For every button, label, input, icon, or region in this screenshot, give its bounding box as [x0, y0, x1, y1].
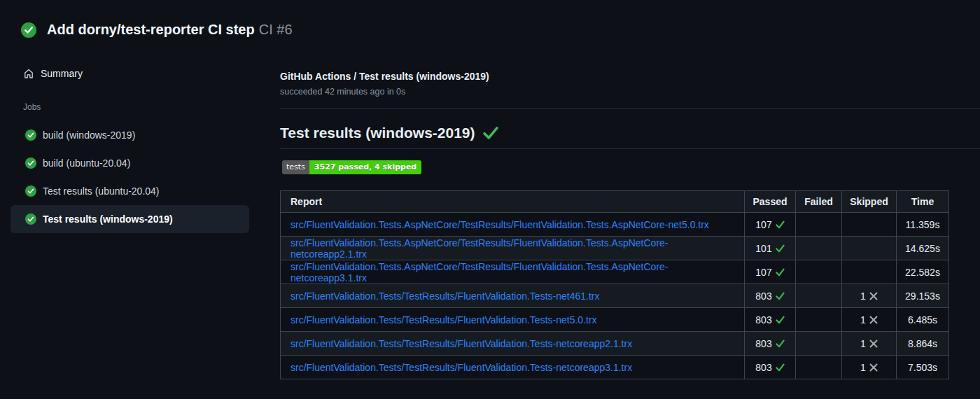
skipped-cell: [842, 237, 897, 260]
passed-check-icon: [776, 340, 785, 348]
skipped-count: 1: [860, 338, 866, 349]
passed-cell: 803: [745, 356, 796, 379]
section-heading-row: Test results (windows-2019): [280, 125, 498, 141]
time-cell: 22.582s: [897, 260, 949, 284]
report-link[interactable]: src/FluentValidation.Tests.AspNetCore/Te…: [290, 261, 668, 284]
table-row: src/FluentValidation.Tests/TestResults/F…: [281, 284, 949, 308]
run-title: Add dorny/test-reporter CI step: [47, 22, 255, 37]
results-table-body: src/FluentValidation.Tests.AspNetCore/Te…: [281, 213, 949, 379]
passed-cell: 803: [745, 308, 796, 332]
table-row: src/FluentValidation.Tests/TestResults/F…: [281, 332, 949, 356]
passed-cell: 101: [745, 237, 796, 260]
check-run-head: GitHub Actions / Test results (windows-2…: [280, 71, 489, 97]
passed-count: 803: [755, 290, 771, 302]
skipped-x-icon: [869, 316, 878, 324]
job-item-label: Test results (windows-2019): [43, 214, 173, 225]
passed-check-icon: [776, 220, 785, 229]
passed-count: 803: [755, 338, 771, 349]
skipped-cell: [842, 213, 897, 237]
passed-check-icon: [776, 244, 785, 253]
failed-cell: [796, 237, 842, 260]
failed-cell: [796, 213, 842, 237]
table-row: src/FluentValidation.Tests.AspNetCore/Te…: [281, 260, 949, 284]
sidebar-job-item-1[interactable]: build (windows-2019): [10, 121, 249, 149]
check-circle-icon: [25, 186, 36, 197]
time-cell: 7.503s: [897, 356, 949, 379]
report-cell: src/FluentValidation.Tests.AspNetCore/Te…: [281, 260, 745, 284]
table-row: src/FluentValidation.Tests.AspNetCore/Te…: [281, 237, 949, 260]
skipped-x-icon: [869, 363, 878, 372]
home-icon: [23, 68, 34, 79]
skipped-cell: 1: [842, 308, 897, 332]
skipped-cell: 1: [842, 356, 897, 379]
skipped-x-icon: [869, 292, 878, 300]
check-circle-icon: [25, 130, 36, 141]
failed-cell: [796, 260, 842, 284]
skipped-cell: [842, 260, 897, 284]
table-row: src/FluentValidation.Tests/TestResults/F…: [281, 356, 949, 379]
passed-count: 803: [755, 362, 771, 373]
skipped-cell: 1: [842, 332, 897, 356]
job-item-label: build (ubuntu-20.04): [43, 158, 130, 169]
run-title-line: Add dorny/test-reporter CI stepCI #6: [47, 22, 293, 38]
table-header-row: Report Passed Failed Skipped Time: [281, 191, 949, 213]
passed-cell: 803: [745, 332, 796, 356]
report-link[interactable]: src/FluentValidation.Tests/TestResults/F…: [290, 314, 597, 326]
report-cell: src/FluentValidation.Tests/TestResults/F…: [281, 284, 745, 308]
check-circle-icon: [25, 214, 36, 225]
failed-cell: [796, 308, 842, 332]
passed-cell: 803: [745, 284, 796, 308]
badge-value: 3527 passed, 4 skipped: [309, 160, 421, 174]
job-item-label: Test results (ubuntu-20.04): [43, 186, 160, 197]
sidebar-job-item-2[interactable]: build (ubuntu-20.04): [10, 149, 249, 177]
badge-label: tests: [282, 160, 309, 174]
divider: [280, 108, 980, 109]
tests-badge: tests 3527 passed, 4 skipped: [282, 160, 421, 174]
failed-cell: [796, 284, 842, 308]
sidebar-summary-label: Summary: [41, 68, 83, 79]
time-cell: 8.864s: [897, 332, 949, 356]
divider: [280, 148, 980, 149]
passed-check-icon: [776, 363, 785, 372]
passed-count: 803: [755, 314, 771, 326]
check-mark-icon: [483, 126, 498, 140]
sidebar-job-item-3[interactable]: Test results (ubuntu-20.04): [10, 177, 249, 205]
passed-count: 101: [755, 243, 771, 254]
report-link[interactable]: src/FluentValidation.Tests/TestResults/F…: [290, 338, 632, 349]
report-link[interactable]: src/FluentValidation.Tests/TestResults/F…: [290, 290, 599, 302]
passed-check-icon: [776, 316, 785, 324]
sidebar-item-summary[interactable]: Summary: [10, 62, 248, 85]
failed-cell: [796, 332, 842, 356]
results-table: Report Passed Failed Skipped Time src/Fl…: [280, 190, 949, 379]
report-link[interactable]: src/FluentValidation.Tests.AspNetCore/Te…: [290, 219, 709, 230]
skipped-count: 1: [860, 362, 866, 373]
column-header-report: Report: [281, 191, 745, 213]
passed-cell: 107: [745, 260, 796, 284]
time-cell: 11.359s: [897, 213, 949, 237]
passed-check-icon: [776, 268, 785, 276]
time-cell: 14.625s: [897, 237, 949, 260]
column-header-skipped: Skipped: [842, 191, 897, 213]
passed-cell: 107: [745, 213, 796, 237]
sidebar-job-item-4[interactable]: Test results (windows-2019): [10, 205, 249, 233]
passed-count: 107: [755, 267, 771, 278]
column-header-time: Time: [897, 191, 949, 213]
report-link[interactable]: src/FluentValidation.Tests/TestResults/F…: [290, 362, 632, 373]
run-number: CI #6: [259, 22, 293, 37]
jobs-list: build (windows-2019)build (ubuntu-20.04)…: [10, 121, 249, 233]
skipped-x-icon: [869, 340, 878, 348]
job-item-label: build (windows-2019): [43, 130, 135, 141]
report-cell: src/FluentValidation.Tests.AspNetCore/Te…: [281, 213, 745, 237]
skipped-count: 1: [860, 314, 866, 326]
section-heading: Test results (windows-2019): [280, 125, 475, 141]
failed-cell: [796, 356, 842, 379]
passed-count: 107: [755, 219, 771, 230]
table-row: src/FluentValidation.Tests.AspNetCore/Te…: [281, 213, 949, 237]
check-run-status: succeeded 42 minutes ago in 0s: [280, 87, 489, 97]
report-cell: src/FluentValidation.Tests/TestResults/F…: [281, 356, 745, 379]
report-link[interactable]: src/FluentValidation.Tests.AspNetCore/Te…: [290, 237, 668, 260]
report-cell: src/FluentValidation.Tests/TestResults/F…: [281, 308, 745, 332]
report-cell: src/FluentValidation.Tests/TestResults/F…: [281, 332, 745, 356]
passed-check-icon: [776, 292, 785, 300]
time-cell: 6.485s: [897, 308, 949, 332]
